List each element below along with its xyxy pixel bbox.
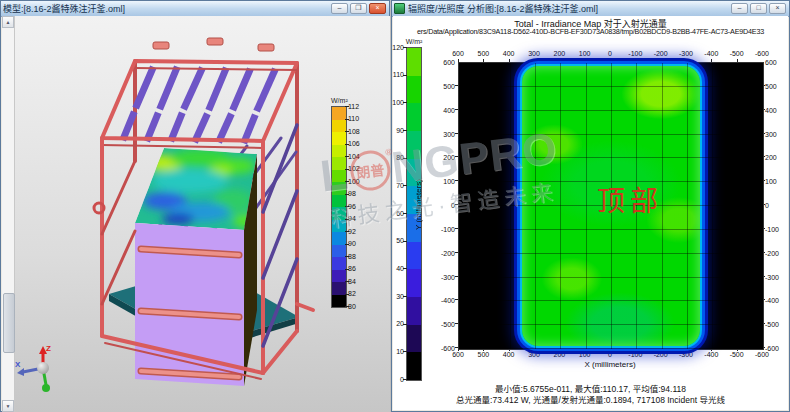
axis-tick-label: -600 [755,351,769,358]
colorbar-tick-label: 104 [348,153,366,160]
analysis-window-icon [394,3,405,14]
map-file-path: ers/Data/Application/83C9A118-D562-410D-… [393,27,788,36]
minimize-button[interactable]: – [331,3,348,14]
colorbar-unit-label: W/m² [400,38,428,45]
axis-tick-label: 200 [553,50,565,57]
colorbar-tick [345,231,349,232]
colorbar-segment [332,145,346,158]
axis-tick-label: 100 [579,351,591,358]
minimize-button[interactable]: – [731,3,748,14]
colorbar-segment [332,207,346,220]
colorbar-tick [403,75,407,76]
axis-tick-label: 400 [503,351,515,358]
application-workspace: 模型:[8.16-2酱特殊注汗釜.oml] – ❐ × ▲ ▼ [0,0,790,412]
axis-tick-label: 200 [553,351,565,358]
colorbar-tick-label: 98 [348,190,366,197]
colorbar-gradient [331,106,347,308]
colorbar-tick-label: 84 [348,278,366,285]
axis-tick-label: -300 [679,351,693,358]
axis-tick-label: 500 [765,82,790,89]
colorbar-tick-label: 90 [390,127,404,134]
colorbar-tick-label: 80 [348,303,366,310]
colorbar-tick-label: 120 [390,44,404,51]
window-controls: – □ × [731,3,787,14]
colorbar-segment [332,107,346,120]
close-button[interactable]: × [769,3,786,14]
colorbar-tick [403,185,407,186]
axis-tick-label: -100 [628,50,642,57]
axis-tick-label: 600 [765,59,790,66]
axis-tick-label: 300 [528,351,540,358]
axis-tick-label: 300 [528,50,540,57]
axis-tick-label: -300 [429,273,455,280]
axis-tick-label: 100 [579,50,591,57]
colorbar-tick [345,206,349,207]
irradiance-plot[interactable]: 顶部 [458,62,764,350]
axis-tick-label: -600 [765,345,790,352]
colorbar-tick [345,269,349,270]
window-controls: – ❐ × [331,3,387,14]
axis-tick-label: 400 [765,106,790,113]
axis-tick-label: -400 [704,351,718,358]
colorbar-tick-label: 86 [348,265,366,272]
maximize-button[interactable]: □ [750,3,767,14]
colorbar-tick-label: 94 [348,215,366,222]
colorbar-segment [332,232,346,245]
colorbar-tick [403,379,407,380]
y-axis-arrow-icon [42,384,50,392]
colorbar-segment [332,120,346,133]
axis-tick-label: -200 [654,351,668,358]
axis-tick-label: 100 [429,178,455,185]
axis-tick-label: -500 [765,321,790,328]
irradiance-map-window: 辐照度/光照度 分析图:[8.16-2酱特殊注汗釜.oml] – □ × Tot… [391,0,790,412]
x-axis-label: X [15,360,21,369]
colorbar-tick [345,306,349,307]
axis-tick-label: 600 [452,351,464,358]
model-window-titlebar[interactable]: 模型:[8.16-2酱特殊注汗釜.oml] – ❐ × [1,1,389,17]
colorbar-segment [332,282,346,295]
axis-tick-label: 400 [503,50,515,57]
colorbar-tick [345,244,349,245]
colorbar-tick [345,181,349,182]
close-button[interactable]: × [369,3,386,14]
model-window: 模型:[8.16-2酱特殊注汗釜.oml] – ❐ × ▲ ▼ [0,0,390,412]
colorbar-tick [403,351,407,352]
axis-tick-label: 400 [429,106,455,113]
scroll-down-icon[interactable]: ▼ [2,400,14,412]
colorbar-tick-label: 102 [348,165,366,172]
scroll-up-icon[interactable]: ▲ [2,16,14,28]
axis-tick-label: 500 [429,82,455,89]
colorbar-tick-label: 110 [348,115,366,122]
colorbar-tick-label: 80 [390,154,404,161]
colorbar-tick [345,281,349,282]
axis-tick-label: -300 [765,273,790,280]
axis-tick-label: 300 [429,130,455,137]
scrollbar-thumb[interactable] [3,293,15,353]
axis-tick-label: 100 [765,178,790,185]
colorbar-segment [332,157,346,170]
restore-button[interactable]: ❐ [350,3,367,14]
y-axis-title: Y (millimeters) [413,62,423,348]
colorbar-tick-label: 92 [348,228,366,235]
x-axis-top: 6005004003002001000-100-200-300-400-500-… [458,50,762,58]
stats-flux: 总光通量:73.412 W, 光通量/发射光通量:0.1894, 717108 … [393,393,788,405]
map-window-titlebar[interactable]: 辐照度/光照度 分析图:[8.16-2酱特殊注汗釜.oml] – □ × [392,1,789,17]
colorbar-tick [403,324,407,325]
axis-tick-label: -200 [765,249,790,256]
sample-box [135,148,261,386]
colorbar-tick-label: 88 [348,253,366,260]
vertical-scrollbar[interactable]: ▲ ▼ [2,16,15,412]
colorbar-tick [345,156,349,157]
colorbar-tick [345,219,349,220]
map-annotation: 顶部 [597,179,663,219]
colorbar-segment [332,257,346,270]
map-content-area: Total - Irradiance Map 对于入射光通量 ers/Data/… [393,16,788,410]
axis-tick-label: -400 [765,297,790,304]
colorbar-tick-label: 70 [390,182,404,189]
x-axis-title: X (millimeters) [458,360,762,369]
colorbar-segment [332,295,346,308]
colorbar-tick-label: 40 [390,265,404,272]
colorbar-tick-label: 82 [348,290,366,297]
colorbar-tick [403,47,407,48]
x-axis-bottom: 6005004003002001000-100-200-300-400-500-… [458,351,762,359]
